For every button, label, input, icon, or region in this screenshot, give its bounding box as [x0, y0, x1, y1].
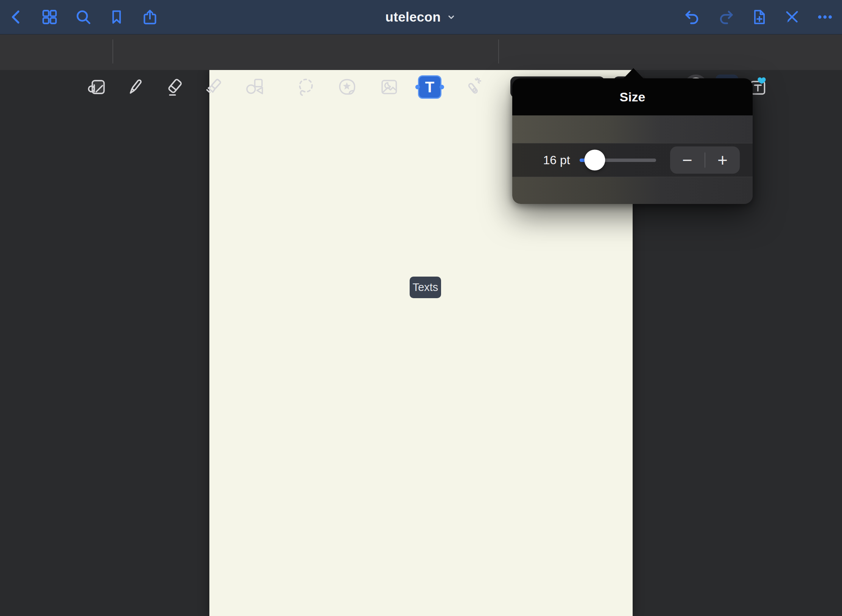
text-object[interactable]: Texts [410, 277, 441, 298]
writing-mode-button[interactable] [86, 77, 107, 97]
redo-icon [717, 8, 735, 26]
bookmark-button[interactable] [108, 9, 125, 25]
popover-spacer-bottom [512, 177, 753, 204]
shapes-icon [244, 76, 265, 98]
image-icon [379, 76, 400, 98]
image-tool-button[interactable] [379, 76, 400, 98]
elements-sticker-button[interactable] [337, 76, 358, 98]
increase-size-button[interactable]: + [705, 146, 740, 174]
top-navigation-bar: utelecon [0, 0, 842, 34]
highlighter-icon [203, 76, 225, 98]
writing-mode-icon [86, 77, 107, 97]
grid-icon [41, 8, 58, 26]
page-thumbnails-button[interactable] [41, 8, 58, 26]
toolbar-separator [112, 39, 113, 64]
text-tool-button[interactable]: T [418, 75, 441, 99]
undo-icon [683, 8, 701, 26]
redo-button[interactable] [717, 8, 735, 26]
more-options-button[interactable] [816, 8, 834, 26]
size-slider[interactable] [580, 143, 656, 177]
pen-icon [125, 76, 146, 98]
stylus-cross-icon [783, 8, 801, 26]
chevron-left-icon [8, 9, 25, 25]
size-popover: Size 16 pt − + [512, 78, 753, 204]
bookmark-icon [108, 9, 125, 25]
lasso-icon [295, 76, 317, 98]
editing-toolbar: T HiraginoSans-... 16 [0, 34, 842, 70]
document-title-button[interactable]: utelecon [385, 9, 457, 25]
popover-title: Size [619, 90, 645, 104]
highlighter-tool-button[interactable] [203, 76, 225, 98]
search-button[interactable] [75, 8, 92, 26]
pen-tool-button[interactable] [125, 76, 146, 98]
ellipsis-icon [816, 8, 834, 26]
selection-handle-right [440, 85, 444, 89]
text-object-label: Texts [413, 281, 438, 294]
toolbar-separator [498, 39, 499, 64]
chevron-down-icon [446, 12, 457, 22]
text-tool-glyph: T [425, 79, 434, 95]
back-button[interactable] [8, 9, 25, 25]
notes-editor-app: utelecon [0, 0, 842, 616]
size-value-label: 16 pt [543, 153, 570, 167]
selection-handle-left [415, 85, 420, 89]
share-button[interactable] [141, 8, 159, 26]
search-icon [75, 8, 92, 26]
lasso-tool-button[interactable] [295, 76, 317, 98]
popover-arrow [623, 68, 644, 79]
add-page-button[interactable] [750, 8, 768, 26]
undo-button[interactable] [683, 8, 701, 26]
popover-header: Size [512, 78, 753, 115]
document-title: utelecon [385, 9, 441, 25]
slider-thumb[interactable] [585, 150, 605, 171]
size-slider-row: 16 pt − + [512, 143, 753, 177]
laser-pointer-icon [462, 76, 483, 98]
size-stepper: − + [670, 146, 740, 174]
popover-spacer-top [512, 115, 753, 143]
eraser-tool-button[interactable] [164, 76, 185, 98]
add-page-icon [750, 8, 768, 26]
sticker-star-icon [337, 76, 358, 98]
laser-pointer-button[interactable] [462, 76, 483, 98]
stylus-toggle-button[interactable] [783, 8, 801, 26]
shapes-tool-button[interactable] [244, 76, 265, 98]
decrease-size-button[interactable]: − [670, 146, 705, 174]
eraser-icon [164, 76, 185, 98]
share-icon [141, 8, 159, 26]
